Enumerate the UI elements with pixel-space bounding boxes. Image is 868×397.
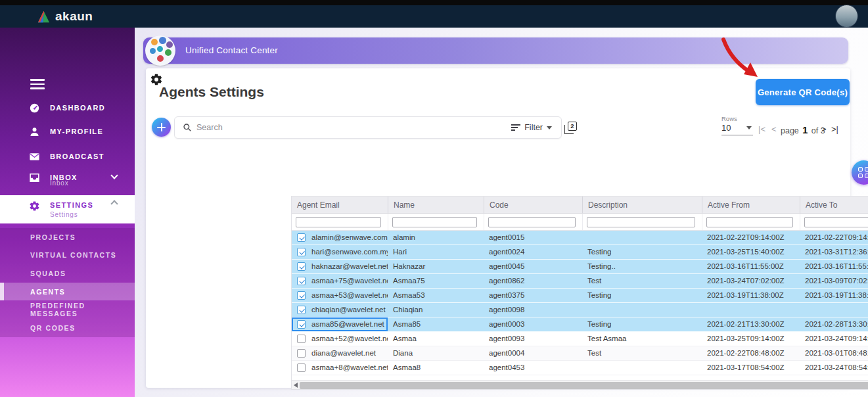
table-row[interactable]: asmaa+8@wavelet.netAsmaa8agent04532021-0… [292,361,868,375]
agent-email: asmaa+52@wavelet.net [311,332,388,346]
agent-email-cell: alamin@senwave.com.my [292,231,388,245]
horizontal-scrollbar[interactable] [292,380,868,389]
sidebar-item-agents[interactable]: AGENTS [0,283,135,301]
sidebar-item-my-profile[interactable]: MY-PROFILE [0,124,135,139]
table-row[interactable]: asma85@wavelet.netAsma85agent0003Testing… [292,317,868,332]
rows-per-page-select[interactable]: 10 [721,123,753,135]
table-row[interactable]: asmaa+53@wavelet.netAsmaa53agent0375Test… [292,289,868,303]
active-to: 2021-02-22T09:14:00Z [800,231,868,245]
active-to: 2021-03-01T08:48:00Z [800,346,868,360]
column-header[interactable]: Description [582,197,702,213]
active-from: 2021-02-21T13:30:00Z [702,317,800,331]
agent-email: asmaa+75@wavelet.net [311,274,388,288]
column-header[interactable]: Agent Email [292,197,388,213]
row-checkbox[interactable] [297,233,306,242]
table-row[interactable]: chiaqian@wavelet.netChiaqianagent0098ACT… [292,303,868,317]
table-row[interactable]: hari@senwave.com.myHariagent0024Testing2… [292,245,868,260]
row-checkbox[interactable] [297,277,306,285]
column-filter-input[interactable] [587,217,695,227]
row-checkbox[interactable] [297,320,306,329]
table-filter-row [292,214,868,231]
row-checkbox[interactable] [297,306,306,314]
pagination-first-button[interactable]: |< [758,124,765,134]
agent-email-cell: asmaa+8@wavelet.net [292,361,388,375]
agent-code: agent0015 [484,231,582,245]
grid-icon [858,167,868,178]
agent-name: Asmaa53 [388,289,484,302]
column-header[interactable]: Active From [702,197,800,213]
agent-email-cell: asmaa+75@wavelet.net [292,274,388,288]
column-filter-input[interactable] [488,217,576,227]
sidebar-item-projects[interactable]: PROJECTS [0,228,135,246]
agent-email-cell: diana@wavelet.net [292,346,388,360]
pagination-next-button[interactable]: > [821,124,827,134]
table-row[interactable]: haknazar@wavelet.netHaknazaragent0045Tes… [292,260,868,274]
active-to: 2021-02-28T13:30:00Z [800,317,868,331]
filter-lines-icon [511,123,520,132]
topbar: akaun [0,5,868,28]
sidebar-item-dashboard[interactable]: DASHBOARD [0,100,135,116]
row-checkbox[interactable] [297,248,306,256]
column-filter-cell [582,214,702,230]
gear-icon [29,200,40,212]
add-agent-button[interactable] [152,118,171,137]
generate-qr-button[interactable]: Generate QR Code(s) [756,79,850,105]
agent-name: Haknazar [388,260,484,273]
agent-description: Testing [582,289,702,302]
table-row[interactable]: asmaa+75@wavelet.netAsmaa75agent0862Test… [292,274,868,289]
active-from: 2021-02-22T08:48:00Z [702,346,800,360]
active-to: 2021-03-19T11:38:00Z [800,289,868,302]
active-from: 2021-03-16T11:55:00Z [702,260,800,273]
table-row[interactable]: diana@wavelet.netDianaagent0004Test2021-… [292,346,868,361]
filter-button[interactable]: Filter [511,123,552,132]
agent-description: Testing.. [582,260,702,273]
column-filter-input[interactable] [804,217,868,227]
sidebar-item-qr-codes[interactable]: QR CODES [0,319,135,337]
akaun-logo[interactable]: akaun [37,9,93,24]
table-row[interactable]: asmaa+52@wavelet.netAsmaaagent0093Test A… [292,332,868,346]
scrollbar-thumb[interactable] [300,382,868,389]
user-icon [29,126,40,137]
row-checkbox[interactable] [297,335,306,343]
row-checkbox[interactable] [297,291,306,300]
agent-email: asma85@wavelet.net [311,317,384,331]
agent-description: Test [582,274,702,288]
active-from [702,303,800,317]
column-filter-input[interactable] [392,217,477,227]
menu-icon[interactable] [30,79,45,92]
row-checkbox[interactable] [297,262,306,271]
duplicate-pages-icon[interactable]: 2 [564,122,577,134]
column-header[interactable]: Active To [800,197,868,213]
sidebar-item-squads[interactable]: SQUADS [0,264,135,283]
agent-name: Asma85 [388,317,484,331]
table-row[interactable]: alamin@senwave.com.myalaminagent00152021… [292,231,868,245]
active-to: 2021-03-24T09:14:00Z [800,332,868,346]
dashboard-icon [29,103,40,114]
main-content: Unified Contact Center Agents Settings G… [135,28,868,397]
chevron-down-icon[interactable] [110,172,118,179]
scroll-left-icon[interactable] [294,383,298,388]
row-checkbox[interactable] [297,363,306,372]
sidebar-item-predefined-messages[interactable]: PREDEFINED MESSAGES [0,300,135,319]
chevron-up-icon[interactable] [110,200,118,207]
pagination-last-button[interactable]: >| [831,124,838,134]
sidebar-item-inbox[interactable]: INBOX Inbox [0,170,135,185]
envelope-icon [29,151,40,162]
avatar[interactable] [835,5,858,28]
search-input[interactable] [196,123,511,132]
sidebar-item-virtual-contacts[interactable]: VIRTUAL CONTACTS [0,246,135,265]
agent-code: agent0024 [484,245,582,259]
grid-view-button[interactable] [852,160,868,185]
agent-name: Diana [388,346,484,360]
sidebar-item-broadcast[interactable]: BROADCAST [0,149,135,164]
row-checkbox[interactable] [297,349,306,358]
column-filter-input[interactable] [706,217,793,227]
sidebar-item-settings[interactable]: SETTINGS Settings [0,195,135,223]
column-header[interactable]: Name [388,197,484,213]
pagination-prev-button[interactable]: < [771,124,777,134]
agent-description: Testing [582,317,702,331]
column-filter-input[interactable] [296,217,381,227]
agent-email-cell: asma85@wavelet.net [292,317,388,331]
column-header[interactable]: Code [484,197,582,213]
column-filter-cell [388,214,484,230]
